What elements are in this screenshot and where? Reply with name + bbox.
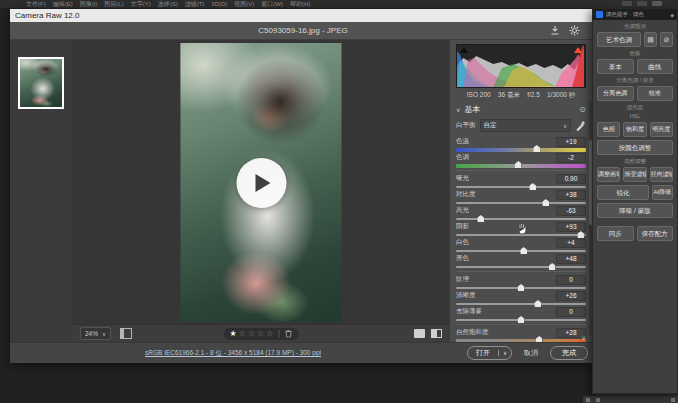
white-balance-eyedropper-icon[interactable] xyxy=(575,120,586,131)
split-tone-button[interactable]: 分离色调 xyxy=(597,86,634,101)
plugin-titlebar[interactable]: 调色助手 · 调色 ◆ xyxy=(593,9,677,20)
cancel-button[interactable]: 取消 xyxy=(520,348,542,358)
slider-track[interactable] xyxy=(456,250,586,252)
done-button[interactable]: 完成 xyxy=(550,346,588,360)
star-empty-icon[interactable]: ☆ xyxy=(266,329,273,339)
denoise-mask-button[interactable]: 降噪 / 蒙版 xyxy=(597,203,673,218)
slider-knob[interactable] xyxy=(549,263,556,270)
slider-row-7: 黑色+48 xyxy=(456,254,586,270)
slider-track[interactable] xyxy=(456,303,586,305)
slider-track[interactable] xyxy=(456,266,586,268)
menu-item[interactable]: 图像(I) xyxy=(80,1,98,8)
slider-label: 曝光 xyxy=(456,174,469,183)
star-empty-icon[interactable]: ☆ xyxy=(257,329,264,339)
star-rating[interactable]: ★☆☆☆☆ xyxy=(224,328,299,340)
radial-filter-button[interactable]: 径向滤镜 xyxy=(650,167,673,182)
open-options-chevron-icon[interactable]: ∨ xyxy=(498,350,511,356)
dialog-titlebar[interactable]: Camera Raw 12.0 xyxy=(10,9,596,22)
menu-item[interactable]: 图层(L) xyxy=(104,1,123,8)
menu-item[interactable]: 3D(D) xyxy=(211,1,227,8)
adjustment-brush-button[interactable]: 调整画笔 xyxy=(597,167,620,182)
hue-button[interactable]: 色相 xyxy=(597,122,620,137)
graduated-filter-button[interactable]: 渐变滤镜 xyxy=(623,167,646,182)
menu-item[interactable]: 窗口(W) xyxy=(261,1,283,8)
star-empty-icon[interactable]: ☆ xyxy=(239,329,246,339)
menu-item[interactable]: 选择(S) xyxy=(158,1,178,8)
saturation-button[interactable]: 饱和度 xyxy=(623,122,646,137)
save-recipe-button[interactable]: 保存配方 xyxy=(637,226,674,241)
slider-value[interactable]: 0.90 xyxy=(556,174,586,184)
preset-select-button[interactable]: 艺术色调 xyxy=(597,32,641,47)
workflow-options-link[interactable]: sRGB IEC61966-2.1 - 8 位 - 3456 x 5184 (1… xyxy=(50,343,416,363)
menu-item[interactable]: 帮助(H) xyxy=(290,1,310,8)
basic-button[interactable]: 基本 xyxy=(597,59,634,74)
disable-preset-icon[interactable]: ⊘ xyxy=(660,32,673,47)
star-filled-icon[interactable]: ★ xyxy=(230,329,237,339)
slider-track[interactable] xyxy=(456,218,586,220)
window-controls[interactable] xyxy=(622,1,662,6)
basic-section-header[interactable]: ∨ 基本 ⊙ xyxy=(456,104,586,115)
slider-knob[interactable] xyxy=(577,231,584,238)
eye-toggle-icon[interactable]: ⊙ xyxy=(579,105,586,114)
slider-knob[interactable] xyxy=(534,300,541,307)
collapse-chevron-icon[interactable]: ∨ xyxy=(456,106,460,113)
slider-value[interactable]: +19 xyxy=(556,137,586,147)
open-button-label[interactable]: 打开 xyxy=(468,347,498,359)
ai-denoise-button[interactable]: AI降噪 xyxy=(652,185,673,200)
slider-knob[interactable] xyxy=(529,183,536,190)
slider-value[interactable]: +93 xyxy=(556,222,586,232)
slider-value[interactable]: +38 xyxy=(556,190,586,200)
zoom-level-select[interactable]: 24% ∨ xyxy=(80,327,111,340)
slider-value[interactable]: 0 xyxy=(556,275,586,285)
preview-image[interactable] xyxy=(181,43,342,322)
star-empty-icon[interactable]: ☆ xyxy=(248,329,255,339)
menu-item[interactable]: 视图(V) xyxy=(234,1,254,8)
slider-track[interactable] xyxy=(456,164,586,168)
slider-track[interactable] xyxy=(456,319,586,321)
slider-knob[interactable] xyxy=(518,284,525,291)
slider-value[interactable]: +26 xyxy=(556,291,586,301)
open-split-button[interactable]: 打开 ∨ xyxy=(467,346,512,360)
sync-button[interactable]: 同步 xyxy=(597,226,634,241)
play-button-overlay[interactable] xyxy=(236,158,286,208)
local-adjust-section-label: 局部调整 xyxy=(597,158,673,164)
slider-value[interactable]: -63 xyxy=(556,206,586,216)
slider-knob[interactable] xyxy=(520,247,527,254)
curve-button[interactable]: 曲线 xyxy=(637,59,674,74)
preview-toggle-icon[interactable] xyxy=(414,329,425,338)
calibration-button[interactable]: 校准 xyxy=(637,86,674,101)
slider-value[interactable]: 0 xyxy=(556,307,586,317)
slider-track[interactable] xyxy=(456,148,586,152)
menu-item[interactable]: 文件(F) xyxy=(26,1,46,8)
trash-icon[interactable] xyxy=(284,329,292,338)
save-preset-icon[interactable]: ▤ xyxy=(644,32,657,47)
slider-track[interactable] xyxy=(456,287,586,289)
save-image-icon[interactable] xyxy=(550,25,560,36)
menu-item[interactable]: 编辑(E) xyxy=(53,1,73,8)
slider-knob[interactable] xyxy=(515,161,522,168)
luminance-button[interactable]: 明亮度 xyxy=(650,122,673,137)
menu-item[interactable]: 滤镜(T) xyxy=(185,1,205,8)
slider-track[interactable] xyxy=(456,186,586,188)
adjust-by-color-button[interactable]: 按颜色调整 xyxy=(597,140,673,155)
before-after-view-icon[interactable] xyxy=(431,329,442,338)
slider-value[interactable]: -2 xyxy=(556,153,586,163)
histogram[interactable] xyxy=(456,44,586,88)
scroll-down-chevron-icon[interactable]: ∨ xyxy=(582,334,586,341)
slider-knob[interactable] xyxy=(542,199,549,206)
slider-knob[interactable] xyxy=(518,316,525,323)
filmstrip-toggle-icon[interactable] xyxy=(120,328,132,339)
slider-knob[interactable] xyxy=(477,215,484,222)
filmstrip-thumbnail[interactable] xyxy=(18,57,64,109)
slider-knob[interactable] xyxy=(533,145,540,152)
slider-value[interactable]: +4 xyxy=(556,238,586,248)
settings-gear-icon[interactable] xyxy=(569,25,580,36)
shadow-clipping-icon[interactable] xyxy=(460,47,468,53)
white-balance-select[interactable]: 自定 ∨ xyxy=(480,119,572,132)
sharpen-button[interactable]: 锐化 xyxy=(597,185,649,200)
highlight-clipping-icon[interactable] xyxy=(574,47,582,53)
slider-value[interactable]: +48 xyxy=(556,254,586,264)
slider-track[interactable] xyxy=(456,202,586,204)
pin-icon[interactable]: ◆ xyxy=(670,12,674,18)
menu-item[interactable]: 文字(Y) xyxy=(131,1,151,8)
